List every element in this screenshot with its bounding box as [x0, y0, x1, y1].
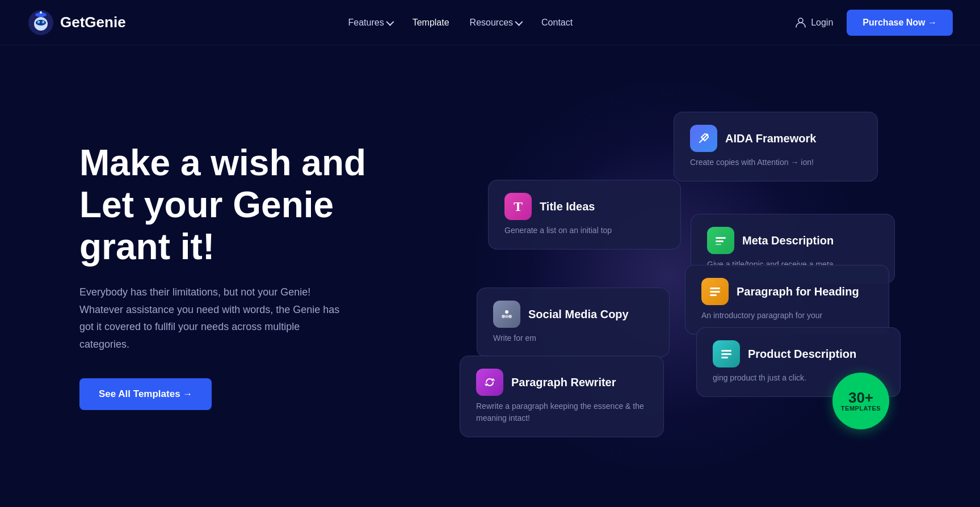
hero-title-line1: Make a wish and — [79, 142, 366, 183]
card-rewriter-desc: Rewrite a paragraph keeping the essence … — [476, 400, 647, 424]
card-meta-header: Meta Description — [707, 227, 878, 254]
svg-rect-22 — [721, 350, 731, 352]
logo-text: GetGenie — [60, 14, 126, 31]
svg-rect-13 — [716, 240, 724, 242]
card-social-desc: Write for em — [493, 332, 653, 344]
card-paragraph-desc: An introductory paragraph for your — [701, 310, 873, 322]
contact-label: Contact — [541, 18, 573, 28]
svg-rect-15 — [710, 288, 720, 289]
logo[interactable]: GetGenie — [27, 9, 126, 36]
hero-title-line2: Let your Genie grant it! — [79, 184, 334, 267]
card-paragraph-rewriter[interactable]: Paragraph Rewriter Rewrite a paragraph k… — [460, 356, 664, 437]
card-meta-title: Meta Description — [742, 234, 834, 247]
card-paragraph-heading[interactable]: Paragraph for Heading An introductory pa… — [685, 265, 889, 335]
product-icon — [713, 340, 740, 367]
card-paragraph-title: Paragraph for Heading — [737, 285, 859, 298]
svg-rect-24 — [721, 357, 728, 358]
paragraph-icon — [701, 278, 729, 305]
login-button[interactable]: Login — [795, 17, 833, 28]
svg-point-18 — [505, 310, 508, 314]
nav-contact[interactable]: Contact — [541, 18, 573, 28]
svg-point-21 — [505, 315, 508, 318]
svg-rect-12 — [716, 237, 726, 239]
card-title-ideas-title: Title Ideas — [540, 200, 595, 213]
meta-icon — [707, 227, 734, 254]
card-aida[interactable]: AIDA Framework Create copies with Attent… — [674, 112, 878, 181]
svg-point-8 — [39, 21, 40, 22]
purchase-now-button[interactable]: Purchase Now → — [847, 10, 953, 36]
card-aida-title: AIDA Framework — [725, 132, 816, 145]
card-rewriter-title: Paragraph Rewriter — [511, 376, 616, 389]
card-social-media[interactable]: Social Media Copy Write for em — [477, 288, 670, 357]
svg-point-9 — [43, 21, 44, 22]
card-social-header: Social Media Copy — [493, 301, 653, 328]
social-icon — [493, 301, 520, 328]
template-label: Template — [413, 18, 449, 28]
card-rewriter-header: Paragraph Rewriter — [476, 369, 647, 396]
card-aida-header: AIDA Framework — [690, 125, 861, 152]
aida-icon — [690, 125, 717, 152]
svg-point-10 — [798, 18, 803, 23]
svg-rect-14 — [716, 244, 721, 245]
svg-point-3 — [40, 11, 42, 14]
card-product-header: Product Description — [713, 340, 884, 367]
svg-point-5 — [36, 20, 46, 26]
card-title-ideas[interactable]: T Title Ideas Generate a list on an init… — [488, 180, 681, 250]
svg-rect-16 — [710, 291, 720, 293]
resources-chevron-icon — [515, 18, 523, 26]
svg-point-20 — [508, 315, 512, 318]
hero-section: Make a wish and Let your Genie grant it!… — [0, 45, 980, 507]
purchase-label: Purchase Now → — [863, 18, 937, 28]
card-social-title: Social Media Copy — [528, 308, 629, 321]
hero-subtitle: Everybody has their limitations, but not… — [79, 284, 352, 353]
card-title-ideas-desc: Generate a list on an initial top — [504, 225, 664, 236]
features-chevron-icon — [386, 18, 394, 26]
svg-point-19 — [502, 315, 505, 318]
nav-template[interactable]: Template — [413, 18, 449, 28]
features-label: Features — [348, 18, 384, 28]
badge-label: TEMPLATES — [841, 405, 881, 412]
svg-rect-23 — [721, 353, 731, 355]
card-product-title: Product Description — [748, 348, 856, 361]
nav-features[interactable]: Features — [348, 18, 392, 28]
nav-actions: Login Purchase Now → — [795, 10, 953, 36]
see-all-templates-button[interactable]: See All Templates → — [79, 378, 212, 410]
see-all-label: See All Templates → — [99, 388, 192, 400]
login-label: Login — [811, 18, 833, 28]
svg-point-11 — [706, 134, 708, 136]
card-paragraph-header: Paragraph for Heading — [701, 278, 873, 305]
card-title-ideas-header: T Title Ideas — [504, 193, 664, 220]
nav-resources[interactable]: Resources — [470, 18, 521, 28]
svg-rect-17 — [710, 294, 717, 296]
nav-links: Features Template Resources Contact — [348, 18, 573, 28]
hero-title: Make a wish and Let your Genie grant it! — [79, 142, 409, 268]
hero-content: Make a wish and Let your Genie grant it!… — [79, 142, 409, 409]
templates-count-badge: 30+ TEMPLATES — [832, 373, 889, 429]
badge-number: 30+ — [848, 390, 873, 405]
rewriter-icon — [476, 369, 503, 396]
resources-label: Resources — [470, 18, 513, 28]
navbar: GetGenie Features Template Resources Con… — [0, 0, 980, 45]
card-aida-desc: Create copies with Attention → ion! — [690, 157, 861, 168]
person-icon — [795, 17, 806, 28]
svg-point-6 — [37, 20, 40, 23]
svg-point-7 — [42, 20, 45, 23]
title-ideas-icon: T — [504, 193, 532, 220]
template-cards-area: AIDA Framework Create copies with Attent… — [443, 78, 923, 475]
